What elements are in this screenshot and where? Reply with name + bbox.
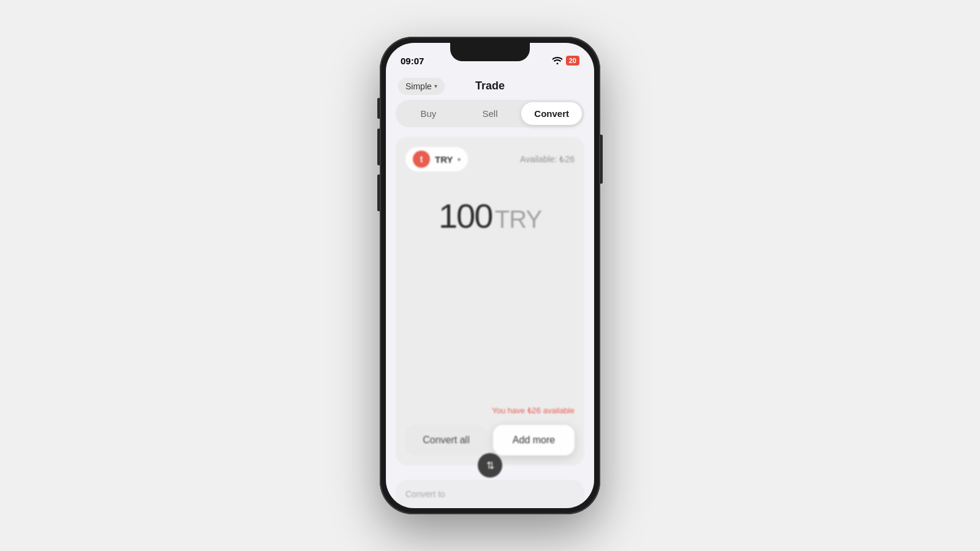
status-time: 09:07 [401, 56, 424, 66]
action-buttons: Convert all Add more [405, 425, 575, 455]
tab-convert[interactable]: Convert [521, 102, 582, 125]
chevron-down-icon: ▾ [434, 83, 437, 89]
currency-chevron-icon: ▾ [458, 156, 461, 163]
simple-mode-label: Simple [405, 81, 432, 91]
currency-icon: t [413, 151, 430, 168]
currency-symbol: t [420, 154, 423, 164]
battery-level: 20 [569, 57, 576, 64]
side-button-volume-up [377, 129, 380, 165]
side-button-power [600, 135, 603, 184]
currency-selector[interactable]: t TRY ▾ [405, 147, 468, 171]
phone-mockup: 09:07 20 Simple ▾ Trade [380, 37, 600, 514]
convert-to-section: Convert to [396, 480, 584, 508]
trade-tab-bar: Buy Sell Convert [396, 100, 584, 127]
page-title: Trade [475, 80, 505, 92]
amount-currency-label: TRY [495, 206, 541, 233]
side-button-volume-down [377, 174, 380, 211]
phone-notch [450, 43, 530, 61]
currency-header: t TRY ▾ Available: ₺26 [405, 147, 575, 171]
available-warning: You have ₺26 available [405, 406, 575, 415]
amount-value: 100 [439, 197, 492, 235]
currency-code: TRY [435, 154, 453, 165]
available-balance: Available: ₺26 [520, 154, 575, 164]
wifi-icon [552, 57, 562, 64]
tab-sell[interactable]: Sell [460, 102, 521, 125]
tab-buy[interactable]: Buy [398, 102, 459, 125]
app-content: Simple ▾ Trade Buy Sell Convert [386, 70, 594, 508]
swap-button[interactable]: ⇅ [478, 453, 502, 478]
convert-to-label: Convert to [405, 489, 445, 499]
battery-indicator: 20 [566, 56, 579, 66]
convert-card: t TRY ▾ Available: ₺26 100 TRY [396, 137, 584, 465]
add-more-button[interactable]: Add more [493, 425, 575, 455]
swap-icon: ⇅ [486, 460, 494, 471]
convert-all-button[interactable]: Convert all [405, 425, 487, 455]
amount-display: 100 TRY [405, 196, 575, 236]
side-button-mute [377, 98, 380, 119]
status-icons: 20 [552, 56, 579, 66]
simple-mode-button[interactable]: Simple ▾ [398, 78, 445, 95]
app-header: Simple ▾ Trade [386, 75, 594, 100]
phone-screen: 09:07 20 Simple ▾ Trade [386, 43, 594, 508]
